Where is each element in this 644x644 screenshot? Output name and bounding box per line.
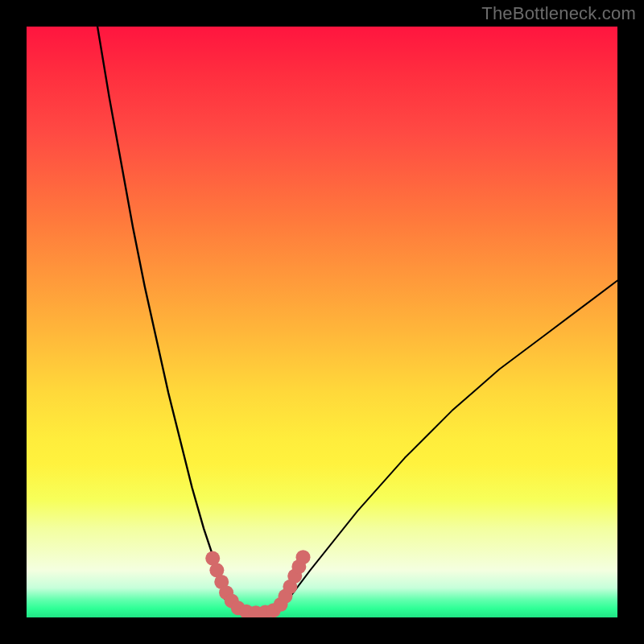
plot-area [27,27,617,617]
series-group [97,27,617,613]
watermark-text: TheBottleneck.com [481,3,636,24]
marker-group [205,550,310,617]
chart-svg [27,27,617,617]
series-right-curve [281,281,617,609]
series-left-curve [97,27,245,612]
chart-frame: TheBottleneck.com [0,0,644,644]
marker-point [296,550,311,564]
